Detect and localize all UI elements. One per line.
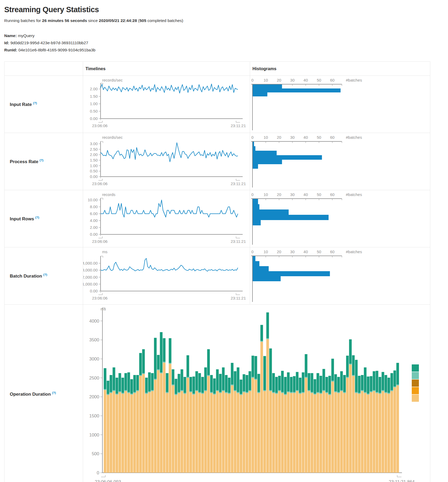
- row-label-operation-duration: Operation Duration (?): [4, 305, 83, 482]
- page: Streaming Query Statistics Running batch…: [0, 0, 448, 482]
- svg-text:2,000.00: 2,000.00: [83, 275, 98, 279]
- corner-header-cell: [4, 62, 83, 76]
- operation-duration-cell: ms0500100015002000250030003500400023:06:…: [83, 305, 430, 482]
- row-label-batch-duration: Batch Duration (?): [4, 247, 83, 305]
- input-rows-timeline-chart: records0.002.004.006.008.0010.0023:06:06…: [83, 190, 247, 247]
- svg-text:30: 30: [290, 78, 295, 82]
- batch-duration-histogram-cell: 0102030405060#batches: [250, 247, 430, 305]
- col-header-timelines: Timelines: [83, 62, 250, 76]
- statistics-table: Timelines Histograms Input Rate (?) reco…: [4, 61, 430, 482]
- svg-text:records: records: [102, 192, 115, 197]
- process-rate-histogram-chart: 0102030405060#batches: [250, 133, 428, 190]
- svg-text:2500: 2500: [89, 376, 99, 381]
- svg-text:0.00: 0.00: [90, 289, 98, 293]
- batch-duration-help[interactable]: (?): [43, 273, 47, 276]
- svg-text:0: 0: [251, 135, 254, 140]
- batch-duration-timeline-cell: ms0.001,000.002,000.003,000.004,000.0023…: [83, 247, 250, 305]
- input-rate-timeline-chart: records/sec0.000.501.001.502.0023:06:062…: [83, 76, 247, 133]
- svg-text:2.00: 2.00: [90, 225, 98, 230]
- table-row: Process Rate (?) records/sec0.000.501.00…: [4, 133, 430, 190]
- svg-text:60: 60: [330, 192, 334, 197]
- svg-text:#batches: #batches: [346, 78, 362, 82]
- running-prefix: Running batches for: [4, 18, 42, 23]
- table-row: Input Rows (?) records0.002.004.006.008.…: [4, 190, 430, 247]
- svg-text:0.00: 0.00: [90, 232, 98, 236]
- svg-text:1.00: 1.00: [90, 101, 98, 106]
- svg-text:0: 0: [97, 470, 99, 475]
- svg-text:1000: 1000: [89, 432, 99, 438]
- svg-text:23:11:21: 23:11:21: [231, 239, 246, 244]
- svg-text:2.00: 2.00: [90, 152, 98, 157]
- svg-text:30: 30: [290, 249, 295, 254]
- input-rate-help[interactable]: (?): [33, 101, 37, 105]
- svg-text:30: 30: [290, 192, 295, 197]
- input-rows-timeline-cell: records0.002.004.006.008.0010.0023:06:06…: [83, 190, 250, 247]
- svg-text:20: 20: [277, 135, 281, 140]
- input-rate-histogram-chart: 0102030405060#batches: [250, 76, 428, 133]
- process-rate-help[interactable]: (?): [39, 159, 43, 162]
- row-label-input-rows: Input Rows (?): [4, 190, 83, 247]
- svg-text:50: 50: [317, 135, 321, 140]
- svg-text:10: 10: [264, 192, 268, 197]
- svg-text:4000: 4000: [89, 319, 99, 324]
- svg-text:20: 20: [277, 249, 281, 254]
- svg-text:1,000.00: 1,000.00: [83, 282, 98, 286]
- svg-text:20: 20: [277, 192, 281, 197]
- svg-text:#batches: #batches: [346, 249, 362, 254]
- row-label-text: Input Rows: [10, 216, 34, 221]
- svg-text:2.00: 2.00: [90, 87, 98, 91]
- svg-text:records/sec: records/sec: [102, 135, 123, 140]
- svg-text:20: 20: [277, 78, 281, 82]
- table-header-row: Timelines Histograms: [4, 62, 430, 76]
- svg-text:23:06:06.093: 23:06:06.093: [95, 479, 121, 482]
- svg-text:23:06:06: 23:06:06: [92, 123, 107, 128]
- table-row: Batch Duration (?) ms0.001,000.002,000.0…: [4, 247, 430, 305]
- svg-text:23:06:06: 23:06:06: [92, 181, 107, 186]
- input-rate-timeline-cell: records/sec0.000.501.001.502.0023:06:062…: [83, 76, 250, 133]
- svg-text:4.00: 4.00: [90, 218, 98, 223]
- svg-text:ms: ms: [102, 249, 107, 254]
- svg-text:40: 40: [304, 249, 308, 254]
- svg-text:23:06:06: 23:06:06: [92, 239, 107, 244]
- svg-text:0: 0: [251, 192, 254, 197]
- svg-text:23:11:21: 23:11:21: [231, 296, 246, 300]
- svg-text:10.00: 10.00: [88, 198, 98, 202]
- input-rows-help[interactable]: (?): [35, 216, 39, 219]
- svg-text:23:11:21.864: 23:11:21.864: [389, 479, 415, 482]
- input-rows-histogram-cell: 0102030405060#batches: [250, 190, 430, 247]
- name-label: Name:: [4, 33, 17, 38]
- svg-text:1.50: 1.50: [90, 158, 98, 162]
- svg-text:1.50: 1.50: [90, 94, 98, 99]
- svg-text:23:06:06: 23:06:06: [92, 296, 107, 300]
- batches-count: 505: [139, 18, 146, 23]
- svg-text:3.00: 3.00: [90, 141, 98, 146]
- page-title: Streaming Query Statistics: [4, 5, 444, 14]
- svg-text:0: 0: [251, 249, 254, 254]
- svg-text:40: 40: [304, 135, 308, 140]
- input-rate-histogram-cell: 0102030405060#batches: [250, 76, 430, 133]
- svg-text:23:11:21: 23:11:21: [231, 123, 246, 128]
- process-rate-timeline-cell: records/sec0.000.501.001.502.002.503.002…: [83, 133, 250, 190]
- batch-duration-histogram-chart: 0102030405060#batches: [250, 247, 428, 304]
- runid-label: RunId:: [4, 48, 17, 52]
- svg-text:60: 60: [330, 249, 334, 254]
- svg-text:records/sec: records/sec: [102, 78, 123, 82]
- running-duration: 26 minutes 56 seconds: [42, 18, 87, 23]
- svg-text:40: 40: [304, 78, 308, 82]
- running-summary: Running batches for 26 minutes 56 second…: [4, 18, 444, 23]
- query-meta: Name: myQuery Id: 9d0dd219-995d-423e-b97…: [4, 32, 444, 53]
- operation-duration-help[interactable]: (?): [52, 391, 56, 394]
- since-text: since: [87, 18, 99, 23]
- svg-text:1.00: 1.00: [90, 163, 98, 168]
- svg-text:500: 500: [92, 451, 99, 456]
- svg-text:2.50: 2.50: [90, 147, 98, 151]
- runid-value: 04e101e6-8bf8-4165-9099-9104c951ba3b: [18, 48, 95, 52]
- svg-text:3500: 3500: [89, 337, 99, 342]
- svg-text:23:11:21: 23:11:21: [231, 181, 246, 186]
- svg-text:0: 0: [251, 78, 254, 82]
- svg-text:30: 30: [290, 135, 295, 140]
- svg-text:4,000.00: 4,000.00: [83, 261, 98, 265]
- svg-text:2000: 2000: [89, 394, 99, 399]
- row-label-text: Input Rate: [10, 102, 32, 107]
- completed-suffix: completed batches): [146, 18, 183, 23]
